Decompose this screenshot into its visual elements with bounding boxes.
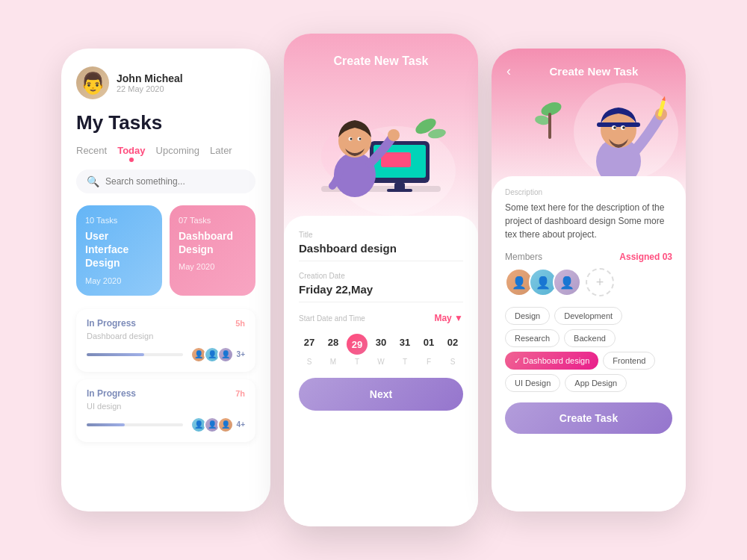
svg-point-12 (350, 138, 353, 140)
svg-point-29 (534, 114, 551, 125)
tags-section: Design Development Research Backend ✓ Da… (505, 307, 672, 392)
progress-bar (87, 353, 183, 356)
cal-letter: W (371, 358, 391, 366)
members-avatars-group: 👤 👤 👤 + (505, 268, 672, 296)
tag-research[interactable]: Research (505, 329, 560, 347)
screen3-header: ‹ Create New Task (492, 49, 686, 79)
progress-section: In Progress 5h Dashboard design 👤 👤 👤 3+ (76, 309, 255, 442)
tab-later[interactable]: Later (210, 145, 232, 159)
progress-item-ui-design: In Progress 7h UI design 👤 👤 👤 4+ (76, 379, 255, 442)
task-count: 10 Tasks (85, 216, 153, 225)
cal-day[interactable]: 02 (442, 334, 463, 355)
svg-rect-20 (597, 122, 640, 127)
mini-avatar: 👤 (217, 417, 234, 433)
tags-row: Design Development Research Backend ✓ Da… (505, 307, 672, 392)
tag-app-design[interactable]: App Design (565, 374, 627, 392)
search-icon: 🔍 (87, 175, 99, 187)
svg-rect-5 (381, 152, 411, 167)
progress-status-label: In Progress (87, 388, 136, 399)
progress-time: 5h (235, 319, 245, 328)
cal-day[interactable]: 27 (299, 334, 320, 355)
task-card-ui-design[interactable]: 10 Tasks User Interface Design May 2020 (76, 205, 162, 296)
page-title: My Tasks (76, 111, 255, 134)
progress-task-name: UI design (87, 402, 245, 411)
month-selector[interactable]: May ▼ (434, 313, 463, 323)
avatar-count-badge: 4+ (237, 420, 245, 429)
screen3-form-body: Description Some text here for the descr… (492, 176, 686, 511)
task-card-dashboard[interactable]: 07 Tasks Dashboard Design May 2020 (170, 205, 255, 296)
title-field-label: Title (299, 231, 463, 239)
tab-upcoming[interactable]: Upcoming (156, 145, 200, 159)
members-label: Members (505, 252, 542, 262)
screen3-create-task-detail: ‹ Create New Task (492, 49, 686, 511)
svg-point-23 (613, 126, 616, 129)
task-card-title: User Interface Design (85, 229, 153, 270)
tab-today[interactable]: Today (117, 145, 145, 159)
cal-day[interactable]: 30 (371, 334, 391, 355)
cal-letter: S (442, 358, 463, 366)
illustration-svg3 (529, 79, 678, 184)
mini-avatar: 👤 (217, 346, 234, 363)
progress-status-label: In Progress (87, 318, 136, 329)
creation-date-value: Friday 22,May (299, 283, 463, 302)
cal-letter: S (299, 358, 320, 366)
progress-bar (87, 423, 183, 426)
screen2-title: Create New Task (299, 55, 463, 68)
calendar-letters: S M T W T F S (299, 358, 463, 366)
tabs-row: Recent Today Upcoming Later (76, 145, 255, 159)
task-card-title: Dashboard Design (179, 229, 247, 256)
avatar: 👨 (76, 66, 109, 99)
next-button[interactable]: Next (299, 378, 463, 411)
avatar-count-badge: 3+ (237, 350, 245, 358)
title-field-value: Dashboard design (299, 242, 463, 261)
screen1-my-tasks: 👨 John Micheal 22 May 2020 My Tasks Rece… (61, 49, 270, 511)
svg-rect-7 (387, 189, 412, 192)
avatars-row: 👤 👤 👤 4+ (190, 417, 245, 433)
profile-date: 22 May 2020 (117, 84, 183, 93)
tag-ui-design[interactable]: UI Design (505, 374, 560, 392)
cal-letter: F (418, 358, 439, 366)
task-cards-row: 10 Tasks User Interface Design May 2020 … (76, 205, 255, 296)
illustration-area (284, 74, 478, 223)
cal-day[interactable]: 31 (394, 334, 415, 355)
task-count: 07 Tasks (179, 216, 247, 225)
tag-backend[interactable]: Backend (564, 329, 616, 347)
members-assigned-row: Members Assigned 03 (505, 252, 672, 262)
tag-development[interactable]: Development (554, 307, 622, 325)
description-text: Some text here for the description of th… (505, 201, 672, 241)
tag-design[interactable]: Design (505, 307, 550, 325)
svg-rect-30 (548, 113, 551, 139)
illustration-area3 (492, 79, 686, 184)
progress-time: 7h (235, 389, 245, 398)
description-label: Description (505, 188, 672, 196)
creation-date-label: Creation Date (299, 272, 463, 280)
create-task-button[interactable]: Create Task (505, 402, 672, 434)
profile-row: 👨 John Micheal 22 May 2020 (76, 66, 255, 99)
search-bar: 🔍 (76, 169, 255, 193)
tag-dashboard-design[interactable]: ✓ Dashboard design (505, 352, 598, 370)
cal-day-active[interactable]: 29 (347, 334, 368, 355)
cal-day[interactable]: 28 (323, 334, 344, 355)
cal-letter: T (394, 358, 415, 366)
svg-point-14 (388, 129, 400, 141)
add-member-button[interactable]: + (586, 268, 614, 296)
calendar-days: 27 28 29 30 31 01 02 (299, 334, 463, 355)
illustration-svg (299, 89, 463, 223)
tab-recent[interactable]: Recent (76, 145, 107, 159)
start-datetime-label: Start Date and Time (299, 314, 365, 323)
tag-frontend[interactable]: Frontend (603, 352, 655, 370)
screen2-form: Title Dashboard design Creation Date Fri… (284, 216, 478, 526)
assigned-count-label: Assigned 03 (619, 252, 672, 262)
progress-task-name: Dashboard design (87, 332, 245, 340)
svg-point-13 (359, 138, 362, 140)
cal-day[interactable]: 01 (418, 334, 439, 355)
member-avatar: 👤 (553, 268, 581, 296)
task-card-date: May 2020 (179, 262, 247, 271)
back-button[interactable]: ‹ (506, 63, 511, 79)
task-card-date: May 2020 (85, 276, 153, 285)
screen3-title: Create New Task (517, 65, 671, 78)
search-input[interactable] (105, 176, 245, 187)
cal-letter: M (323, 358, 344, 366)
profile-name: John Micheal (117, 72, 183, 84)
progress-item-dashboard: In Progress 5h Dashboard design 👤 👤 👤 3+ (76, 309, 255, 372)
